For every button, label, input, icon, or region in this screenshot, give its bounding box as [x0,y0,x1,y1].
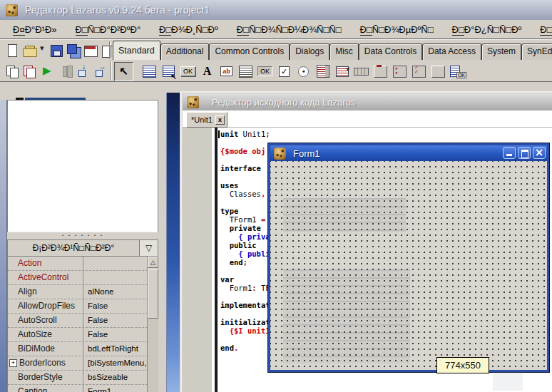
save-icon[interactable] [48,43,64,58]
radio-group-icon[interactable] [391,63,409,80]
property-row[interactable]: AutoSizeFalse [8,328,158,342]
property-name-text: Align [18,285,37,299]
property-name-text: BiDiMode [18,342,55,356]
open-icon[interactable] [21,43,39,58]
inspector-splitter[interactable]: . . . . . . . [7,232,158,239]
palette-tab-dialogs[interactable]: Dialogs [290,43,329,60]
property-name: Caption [8,385,83,392]
form-window-buttons [501,147,546,159]
menu-item-mnemonic: Đ□ [452,24,464,36]
code-segment: end [230,258,243,267]
step-into-icon[interactable] [76,63,91,79]
code-segment: private [230,224,261,232]
property-row[interactable]: AlignalNone [8,285,158,299]
menu-item-2[interactable]: Đ□Ñ□Đ°Đ²ĐºĐ° [76,24,141,35]
property-row[interactable]: ActiveControl [8,271,158,285]
palette-tab-system[interactable]: System [481,43,521,60]
code-segment: Classes [220,190,261,198]
chevron-down-icon[interactable]: ▽ [139,240,158,256]
menu-item-7[interactable]: Đ□Đ¾Đ¼Đ¿Đ¾Đ½ĐµĐ½Ñ□Ñ□ [540,24,552,35]
property-name-text: AutoScroll [18,314,57,327]
palette-tab-common-controls[interactable]: Common Controls [209,43,290,60]
code-segment: Unit1 [238,130,265,138]
checkbox-icon[interactable] [275,63,293,80]
palette-tab-data-controls[interactable]: Data Controls [359,43,422,60]
redraw-ghost [493,372,523,391]
step-over-icon[interactable] [93,63,108,79]
tab-unit1[interactable]: *Unit1 x [186,112,228,128]
source-code: unit Unit1; {$mode obj interface uses Cl… [220,130,270,352]
main-menu-icon[interactable] [140,63,158,80]
new-form-icon[interactable] [83,43,98,58]
check-group-icon[interactable] [410,63,428,80]
menu-item-5[interactable]: Đ□Ñ□Đ¾ĐµĐºÑ□ [360,24,434,35]
code-line: {$mode obj [220,147,270,155]
palette-tab-standard[interactable]: Standard [113,41,160,60]
window-border-strip [166,93,180,392]
view-forms-icon[interactable] [21,63,37,79]
property-row[interactable]: Action [8,257,158,271]
save-all-icon[interactable] [66,43,81,58]
cursor-icon[interactable] [114,62,133,81]
editor-titlebar[interactable]: Редактор исходного кода Lazarus [183,93,552,110]
component-tree-pane[interactable] [7,100,158,232]
menu-item-1[interactable]: Đ¤Đ°Đ¹Đ» [13,24,57,35]
run-icon[interactable] [39,63,57,79]
property-row[interactable]: AutoScrollFalse [8,314,158,328]
inspector-page-combobox[interactable]: Đ¡Đ²Đ¾Đ¹Ñ□Ñ□Đ²Đ° ▽ [7,239,158,257]
menu-item-mnemonic: Đ□ [360,24,372,36]
form-design-surface[interactable] [270,161,547,370]
property-row[interactable]: BorderStylebsSizeable [8,371,158,385]
menu-item-label: Ñ□Đ°Đ²ĐºĐ° [88,24,140,35]
minimize-icon[interactable] [503,147,516,159]
scrollbar-thumb[interactable] [148,269,158,319]
open-dropdown-icon[interactable] [40,43,47,58]
toggle-box-icon[interactable]: OK [256,63,274,80]
list-box-icon[interactable] [314,63,332,80]
pause-icon[interactable] [58,63,74,79]
expand-icon[interactable]: + [9,359,17,367]
memo-icon[interactable] [237,63,255,80]
code-line [220,198,270,207]
property-row[interactable]: BiDiModebdLeftToRight [8,342,158,356]
close-icon[interactable]: x [215,115,225,125]
menu-item-label: Đ°Đ¹Đ» [25,24,57,35]
code-segment [220,241,230,249]
arrow-up-icon[interactable]: △ [148,257,158,268]
combo-box-icon[interactable] [333,63,351,80]
palette-tab-data-access[interactable]: Data Access [422,43,481,60]
menu-item-6[interactable]: Đ□Đ°Đ¿Ñ□Ñ□Đº [452,24,522,35]
menu-item-3[interactable]: Đ□Đ¾Đ¸Ñ□Đº [159,24,218,35]
code-segment: ; [243,258,247,267]
lazarus-icon [6,4,18,16]
property-row[interactable]: CaptionForm1 [8,385,158,392]
label-icon[interactable]: A [198,63,216,80]
action-list-icon[interactable]: OK [449,63,466,80]
group-box-icon[interactable] [372,63,389,80]
maximize-icon[interactable] [518,147,531,159]
form-titlebar[interactable]: Form1 [270,145,547,161]
edit-icon[interactable]: ab [218,63,235,80]
palette-item-label: A [203,65,212,78]
property-row[interactable]: AllowDropFilesFalse [8,299,158,314]
code-line [220,292,270,301]
popup-menu-icon[interactable] [160,63,178,80]
button-icon[interactable]: OK [179,63,197,80]
radio-button-icon[interactable] [295,63,312,80]
close-icon[interactable] [533,147,546,159]
panel-icon[interactable] [429,63,447,80]
palette-tab-additional[interactable]: Additional [160,43,210,60]
main-titlebar[interactable]: Редактор Lazarus v0.9.24 бета - project1 [0,0,552,20]
code-segment: = [261,215,265,224]
editor-window-title: Редактор исходного кода Lazarus [212,97,355,108]
palette-tab-synedit[interactable]: SynEdit [521,43,552,60]
scroll-bar-icon[interactable] [352,63,370,80]
new-unit-icon[interactable] [4,43,20,58]
property-grid-scrollbar[interactable]: △ [147,257,158,392]
menu-item-mnemonic: Đ□ [237,24,249,36]
palette-tab-misc[interactable]: Misc [329,43,359,60]
code-line: initializat [220,318,270,326]
property-row[interactable]: +BorderIcons[biSystemMenu,b [8,356,158,371]
menu-item-4[interactable]: Đ□Ñ□Đ¾Ñ□Đ¼Đ¾Ñ□Ñ□ [237,24,342,35]
view-units-icon[interactable] [4,63,20,79]
